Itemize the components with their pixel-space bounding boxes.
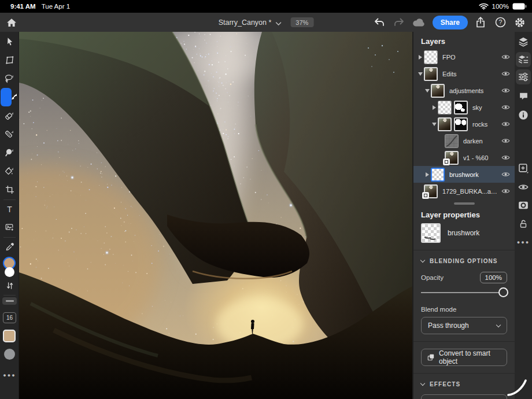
- layer-thumbnail[interactable]: [424, 184, 438, 198]
- layer-row[interactable]: 1729_BURKA...anced-NR33: [413, 183, 515, 200]
- layer-visibility-button[interactable]: [516, 179, 531, 194]
- layer-thumbnail[interactable]: [431, 84, 445, 98]
- blend-mode-dropdown[interactable]: Pass through: [421, 317, 507, 334]
- document-title[interactable]: Starry_Canyon *: [219, 19, 272, 27]
- eraser-tool[interactable]: [0, 106, 19, 125]
- layer-row[interactable]: adjustments: [413, 82, 515, 99]
- layer-visibility-eye-icon[interactable]: [501, 188, 510, 194]
- layers-view-button[interactable]: [516, 34, 531, 49]
- layer-mask-thumbnail[interactable]: [454, 101, 468, 114]
- layer-thumbnail[interactable]: [438, 101, 452, 114]
- layer-thumbnail[interactable]: [438, 117, 452, 131]
- type-tool[interactable]: T: [0, 200, 19, 219]
- undo-button[interactable]: [372, 18, 386, 27]
- tool-options-more-button[interactable]: ●●●: [0, 366, 19, 385]
- opacity-label: Opacity: [421, 274, 444, 281]
- layer-thumbnail[interactable]: [424, 50, 438, 64]
- type-tool-icon: T: [7, 205, 12, 214]
- opacity-slider-track[interactable]: [421, 292, 507, 293]
- crop-tool-icon: [5, 185, 14, 194]
- layer-thumbnail[interactable]: [445, 134, 459, 148]
- brush-tip-preview[interactable]: [3, 330, 16, 342]
- layer-visibility-eye-icon[interactable]: [501, 87, 510, 94]
- layer-thumbnail[interactable]: [431, 168, 445, 182]
- layer-row[interactable]: brushwork: [413, 166, 515, 183]
- move-tool[interactable]: [0, 32, 19, 51]
- dodge-burn-tool[interactable]: [0, 143, 19, 162]
- canvas-photo[interactable]: [19, 32, 412, 399]
- comments-button[interactable]: [516, 88, 531, 104]
- home-button[interactable]: [6, 18, 17, 27]
- info-button[interactable]: [516, 108, 531, 123]
- blending-options-header[interactable]: BLENDING OPTIONS: [421, 258, 507, 264]
- subtool-indicator: [11, 75, 13, 77]
- crop-tool[interactable]: [0, 180, 19, 199]
- smart-object-badge: [443, 158, 450, 165]
- layer-visibility-eye-icon[interactable]: [501, 104, 510, 110]
- cloud-sync-button[interactable]: [412, 19, 426, 27]
- layer-mask-button[interactable]: [516, 198, 531, 213]
- healing-brush-tool[interactable]: [0, 125, 19, 143]
- opacity-slider[interactable]: [421, 287, 507, 298]
- brush-hardness-preview[interactable]: [4, 349, 15, 360]
- zoom-level-badge[interactable]: 37%: [290, 17, 313, 27]
- layer-row[interactable]: sky: [413, 99, 515, 116]
- opacity-value-field[interactable]: 100%: [480, 272, 507, 283]
- convert-to-smart-object-button[interactable]: Convert to smart object: [421, 349, 507, 366]
- disclosure-triangle[interactable]: [431, 105, 438, 110]
- lasso-select-tool[interactable]: [0, 69, 19, 88]
- layer-row[interactable]: darken: [413, 132, 515, 149]
- lock-layer-button[interactable]: [516, 216, 531, 231]
- tool-options-handle[interactable]: [2, 297, 17, 305]
- layer-row[interactable]: rocks: [413, 116, 515, 132]
- layer-mask-thumbnail[interactable]: [454, 117, 468, 131]
- help-button[interactable]: ?: [493, 17, 507, 28]
- chevron-down-icon[interactable]: [275, 17, 281, 28]
- disclosure-triangle[interactable]: [424, 172, 431, 177]
- background-color-swatch[interactable]: [5, 267, 14, 277]
- layer-thumbnail[interactable]: [424, 67, 438, 81]
- layer-visibility-eye-icon[interactable]: [501, 171, 510, 178]
- layer-properties-button[interactable]: [516, 69, 531, 84]
- layer-row[interactable]: FPO: [413, 49, 515, 65]
- layers-panel-title: Layers: [413, 32, 515, 49]
- transform-tool[interactable]: [0, 51, 19, 69]
- layer-visibility-eye-icon[interactable]: [501, 121, 510, 127]
- share-button[interactable]: Share: [433, 16, 468, 29]
- fill-tool[interactable]: [0, 162, 19, 180]
- disclosure-triangle[interactable]: [431, 123, 438, 126]
- selected-layer-name: brushwork: [448, 229, 479, 237]
- divider: [413, 250, 515, 250]
- selected-layer-thumbnail[interactable]: [421, 223, 441, 243]
- add-layer-icon: [518, 163, 529, 173]
- export-button[interactable]: [474, 17, 487, 28]
- swap-colors-button[interactable]: [0, 276, 19, 295]
- add-layer-button[interactable]: [516, 161, 531, 176]
- disclosure-triangle[interactable]: [417, 72, 424, 76]
- layer-visibility-eye-icon[interactable]: [501, 138, 510, 144]
- brush-tool[interactable]: [0, 88, 19, 106]
- effects-header[interactable]: EFFECTS: [421, 381, 507, 387]
- layer-name: FPO: [442, 54, 499, 61]
- layer-name: 1729_BURKA...anced-NR33: [442, 188, 499, 195]
- layer-visibility-eye-icon[interactable]: [501, 54, 510, 60]
- layer-row[interactable]: Edits: [413, 65, 515, 82]
- brush-size-indicator[interactable]: 16: [3, 312, 16, 323]
- layer-visibility-eye-icon[interactable]: [501, 71, 510, 77]
- taskbar-more-button[interactable]: ●●●: [516, 235, 531, 250]
- eyedropper-tool[interactable]: [0, 238, 19, 256]
- settings-button[interactable]: [513, 17, 527, 28]
- add-layer-effect-button[interactable]: fx Add layer effect: [421, 394, 507, 399]
- canvas-area[interactable]: [19, 32, 412, 399]
- layer-visibility-eye-icon[interactable]: [501, 154, 510, 161]
- place-photo-tool[interactable]: [0, 218, 19, 237]
- disclosure-triangle[interactable]: [424, 89, 431, 93]
- redo-button[interactable]: [392, 18, 406, 27]
- disclosure-triangle[interactable]: [417, 55, 424, 60]
- layer-list-button[interactable]: [516, 52, 531, 67]
- layer-thumbnail[interactable]: [445, 151, 459, 165]
- chevron-down-icon: [420, 381, 425, 386]
- opacity-slider-knob[interactable]: [498, 287, 508, 297]
- layer-name: darken: [463, 138, 499, 145]
- layer-row[interactable]: v1 - %60: [413, 149, 515, 166]
